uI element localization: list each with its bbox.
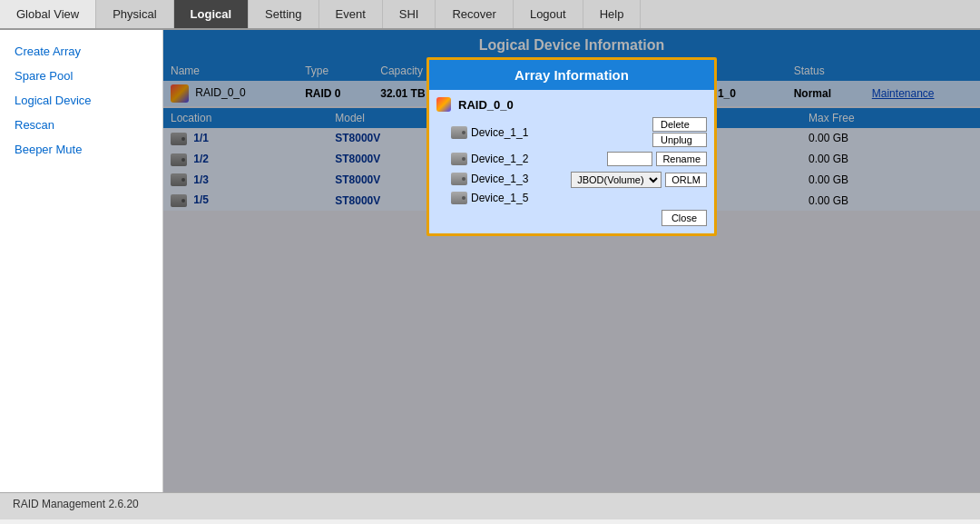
rename-button[interactable]: Rename [656, 152, 707, 166]
close-button[interactable]: Close [662, 210, 707, 226]
modal-device-row-3: Device_1_5 [436, 192, 707, 204]
nav-event[interactable]: Event [319, 0, 383, 28]
sidebar-item-logical-device[interactable]: Logical Device [0, 88, 162, 113]
close-row: Close [436, 210, 707, 226]
orlm-button[interactable]: ORLM [665, 173, 707, 187]
content-area: Logical Device Information Name Type Cap… [163, 30, 980, 492]
modal-device-name-2: Device_1_3 [471, 173, 544, 185]
array-info-modal: Array Information RAID_0_0 Device_1_1 [426, 57, 717, 236]
nav-global-view[interactable]: Global View [0, 0, 96, 28]
modal-overlay: Array Information RAID_0_0 Device_1_1 [163, 30, 980, 492]
modal-device-name-1: Device_1_2 [471, 153, 544, 165]
sidebar-item-beeper-mute[interactable]: Beeper Mute [0, 137, 162, 162]
jbod-row: JBOD(Volume) ORLM [571, 172, 707, 188]
rename-input[interactable] [607, 152, 652, 166]
sidebar-item-create-array[interactable]: Create Array [0, 39, 162, 64]
nav-recover[interactable]: Recover [436, 0, 513, 28]
context-menu: Delete Unplug [652, 117, 707, 148]
main-layout: Create Array Spare Pool Logical Device R… [0, 30, 980, 492]
unplug-button[interactable]: Unplug [652, 133, 707, 147]
nav-setting[interactable]: Setting [249, 0, 318, 28]
modal-device-name-0: Device_1_1 [471, 126, 544, 139]
modal-device-row-1: Device_1_2 Rename [436, 152, 707, 166]
modal-drive-icon-3 [451, 192, 467, 204]
modal-drive-icon-2 [451, 173, 467, 185]
nav-help[interactable]: Help [583, 0, 642, 28]
status-bar: RAID Management 2.6.20 [0, 492, 980, 519]
modal-raid-name: RAID_0_0 [458, 98, 514, 112]
sidebar-item-rescan[interactable]: Rescan [0, 113, 162, 137]
status-text: RAID Management 2.6.20 [13, 498, 139, 510]
rename-row: Rename [607, 152, 707, 166]
nav-logical[interactable]: Logical [174, 0, 250, 28]
jbod-select[interactable]: JBOD(Volume) [571, 172, 662, 188]
modal-device-name-3: Device_1_5 [471, 192, 544, 204]
sidebar-item-spare-pool[interactable]: Spare Pool [0, 64, 162, 88]
delete-button[interactable]: Delete [652, 117, 707, 132]
modal-title: Array Information [429, 60, 714, 90]
modal-device-row-2: Device_1_3 JBOD(Volume) ORLM [436, 170, 707, 188]
modal-body: RAID_0_0 Device_1_1 Delete Unplug [429, 90, 714, 233]
nav-physical[interactable]: Physical [96, 0, 173, 28]
top-nav: Global View Physical Logical Setting Eve… [0, 0, 980, 30]
nav-logout[interactable]: Logout [514, 0, 583, 28]
modal-raid-row: RAID_0_0 [436, 97, 707, 112]
modal-drive-icon-0 [451, 126, 467, 139]
modal-drive-icon-1 [451, 153, 467, 165]
nav-shi[interactable]: SHI [383, 0, 436, 28]
sidebar: Create Array Spare Pool Logical Device R… [0, 30, 163, 492]
modal-raid-icon [436, 97, 451, 112]
modal-device-row-0: Device_1_1 Delete Unplug [436, 117, 707, 148]
